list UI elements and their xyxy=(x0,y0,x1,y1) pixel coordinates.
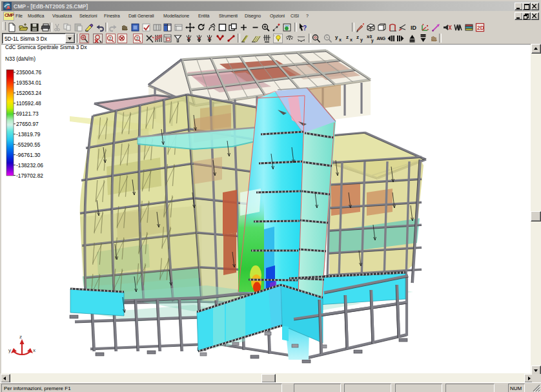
svg-text:“: “ xyxy=(274,35,275,39)
svg-text:y: y xyxy=(360,37,363,43)
svg-text:235004.76: 235004.76 xyxy=(16,69,42,76)
svg-text:-13819.79: -13819.79 xyxy=(16,131,41,138)
svg-text:69121.73: 69121.73 xyxy=(16,110,39,117)
svg-text:2: 2 xyxy=(109,36,112,41)
svg-text:-138232.06: -138232.06 xyxy=(16,162,43,169)
svg-text:y: y xyxy=(335,34,338,40)
svg-text:CdC Sismica Spettrale Sisma 3: CdC Sismica Spettrale Sisma 3 Dx xyxy=(5,45,87,50)
svg-text:z: z xyxy=(346,34,349,40)
svg-text:ANG: ANG xyxy=(377,36,385,41)
svg-text:y: y xyxy=(371,38,374,43)
svg-text:152063.24: 152063.24 xyxy=(16,90,42,96)
svg-text:y: y xyxy=(8,347,11,353)
svg-text:x: x xyxy=(339,37,342,42)
svg-text:193534.01: 193534.01 xyxy=(16,79,42,86)
svg-text:-55290.55: -55290.55 xyxy=(16,141,41,148)
svg-text:2D: 2D xyxy=(477,25,484,31)
svg-text:?: ? xyxy=(303,25,307,32)
svg-text:x: x xyxy=(33,347,36,353)
svg-text:27650.97: 27650.97 xyxy=(16,121,39,127)
svg-text:N33 (daN/m): N33 (daN/m) xyxy=(5,56,36,62)
svg-text:-179702.82: -179702.82 xyxy=(16,172,43,179)
svg-text:-96761.30: -96761.30 xyxy=(16,152,41,158)
svg-text:x: x xyxy=(350,37,352,42)
svg-text:z: z xyxy=(356,34,359,40)
svg-text:2: 2 xyxy=(136,36,139,41)
svg-text:z: z xyxy=(19,334,22,340)
svg-text:ID: ID xyxy=(411,25,417,31)
svg-text:110592.48: 110592.48 xyxy=(16,100,41,107)
